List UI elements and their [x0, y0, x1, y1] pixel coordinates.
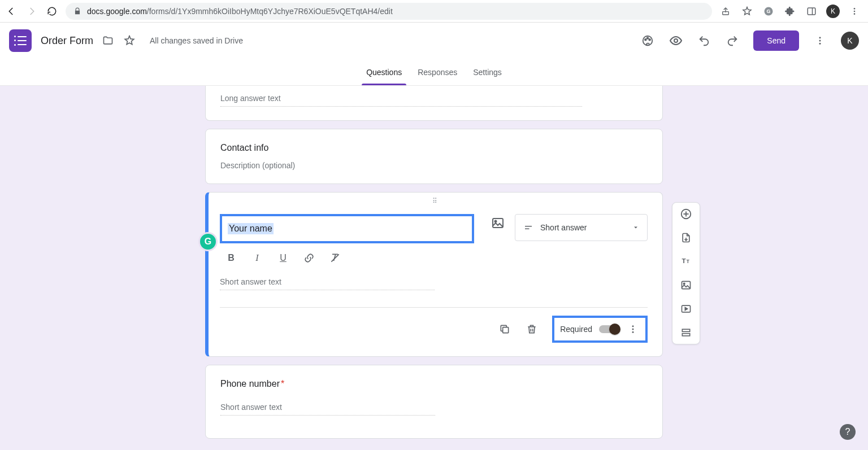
svg-point-7	[854, 13, 856, 15]
url-path: /forms/d/1Yx9mmh6kOiIboHyMtq6YJchye7R6Xi…	[147, 7, 393, 16]
extensions-icon[interactable]	[783, 5, 797, 18]
redo-icon[interactable]	[725, 33, 740, 48]
short-answer-placeholder: Short answer text	[220, 277, 435, 290]
long-answer-placeholder: Long answer text	[220, 94, 582, 107]
question-title-text: Your name	[228, 223, 274, 234]
bookmark-star-icon[interactable]	[740, 5, 754, 18]
forward-button[interactable]	[25, 5, 38, 18]
svg-point-11	[649, 39, 651, 41]
form-canvas: Long answer text Contact info Descriptio…	[0, 86, 868, 450]
delete-icon[interactable]	[525, 322, 539, 336]
more-options-icon[interactable]	[813, 33, 827, 48]
required-controls: Required	[552, 316, 648, 343]
required-label: Required	[560, 325, 592, 334]
floating-toolbar: TT	[672, 202, 700, 344]
account-avatar[interactable]: K	[841, 32, 859, 50]
help-icon[interactable]: ?	[840, 424, 856, 440]
svg-point-23	[632, 325, 634, 327]
add-video-icon[interactable]	[679, 302, 693, 316]
import-questions-icon[interactable]	[679, 231, 693, 244]
preview-icon[interactable]	[669, 33, 683, 48]
svg-point-12	[674, 39, 678, 42]
url-bar[interactable]: docs.google.com/forms/d/1Yx9mmh6kOiIboHy…	[66, 3, 712, 20]
svg-point-10	[647, 37, 649, 39]
add-question-icon[interactable]	[679, 207, 693, 221]
svg-point-17	[495, 221, 497, 222]
question-type-select[interactable]: Short answer	[515, 214, 648, 241]
svg-rect-35	[682, 334, 689, 336]
bold-button[interactable]: B	[224, 251, 238, 265]
browser-chrome: docs.google.com/forms/d/1Yx9mmh6kOiIboHy…	[0, 0, 868, 23]
question-more-icon[interactable]	[626, 322, 640, 336]
grammarly-icon[interactable]: G	[198, 232, 218, 251]
question-card-long-answer[interactable]: Long answer text	[205, 86, 663, 121]
svg-text:G: G	[766, 8, 770, 14]
sidepanel-icon[interactable]	[805, 5, 818, 18]
clear-format-button[interactable]	[328, 251, 342, 265]
customize-theme-icon[interactable]	[640, 33, 655, 48]
underline-button[interactable]: U	[276, 251, 290, 265]
section-title[interactable]: Contact info	[220, 143, 648, 153]
tab-questions[interactable]: Questions	[358, 59, 410, 85]
add-image-icon[interactable]	[489, 214, 507, 232]
star-icon[interactable]	[123, 34, 136, 47]
svg-rect-34	[682, 329, 689, 331]
svg-point-13	[819, 37, 821, 38]
tabs-row: Questions Responses Settings	[0, 59, 868, 86]
svg-point-5	[854, 8, 856, 10]
format-toolbar: B I U	[224, 251, 648, 265]
add-image-toolbar-icon[interactable]	[679, 278, 693, 292]
phone-question-title: Phone number	[220, 379, 280, 388]
url-host: docs.google.com	[87, 7, 147, 16]
question-card-active[interactable]: G ⠿ Your name Short answer	[205, 192, 663, 357]
send-button[interactable]: Send	[753, 30, 799, 51]
duplicate-icon[interactable]	[498, 322, 511, 336]
required-asterisk: *	[281, 379, 284, 388]
profile-avatar-icon[interactable]: K	[826, 5, 840, 18]
browser-menu-icon[interactable]	[848, 5, 861, 18]
phone-answer-placeholder: Short answer text	[220, 403, 435, 416]
drag-handle-icon[interactable]: ⠿	[432, 197, 439, 205]
back-button[interactable]	[5, 5, 18, 18]
svg-point-32	[683, 283, 685, 285]
forms-logo-icon[interactable]	[9, 29, 32, 52]
add-section-icon[interactable]	[679, 326, 693, 339]
svg-point-24	[632, 329, 634, 330]
caret-down-icon	[632, 224, 639, 231]
section-description[interactable]: Description (optional)	[220, 161, 648, 170]
undo-icon[interactable]	[697, 33, 711, 48]
svg-text:T: T	[687, 259, 689, 264]
lock-icon	[73, 7, 81, 15]
save-status: All changes saved in Drive	[150, 36, 243, 45]
required-toggle[interactable]	[599, 325, 619, 333]
svg-point-9	[645, 39, 646, 41]
tab-responses[interactable]: Responses	[410, 59, 465, 85]
share-icon[interactable]	[719, 5, 732, 18]
svg-point-14	[819, 40, 821, 42]
svg-point-15	[819, 43, 821, 45]
question-card-phone[interactable]: Phone number* Short answer text	[205, 365, 663, 439]
add-title-icon[interactable]: TT	[679, 255, 693, 268]
svg-point-6	[854, 10, 856, 12]
doc-title[interactable]: Order Form	[41, 35, 93, 47]
svg-rect-20	[503, 327, 509, 333]
reload-button[interactable]	[45, 5, 59, 18]
svg-text:T: T	[682, 257, 686, 264]
link-button[interactable]	[302, 251, 316, 265]
question-type-label: Short answer	[540, 223, 587, 232]
question-title-input[interactable]: Your name	[220, 214, 474, 243]
app-header: Order Form All changes saved in Drive Se…	[0, 23, 868, 59]
grammarly-ext-icon[interactable]: G	[762, 5, 775, 18]
svg-rect-3	[808, 8, 815, 15]
move-to-folder-icon[interactable]	[101, 34, 115, 47]
italic-button[interactable]: I	[250, 251, 264, 265]
short-answer-icon	[523, 222, 533, 233]
tab-settings[interactable]: Settings	[465, 59, 510, 85]
svg-point-25	[632, 331, 634, 333]
section-header-card[interactable]: Contact info Description (optional)	[205, 129, 663, 184]
